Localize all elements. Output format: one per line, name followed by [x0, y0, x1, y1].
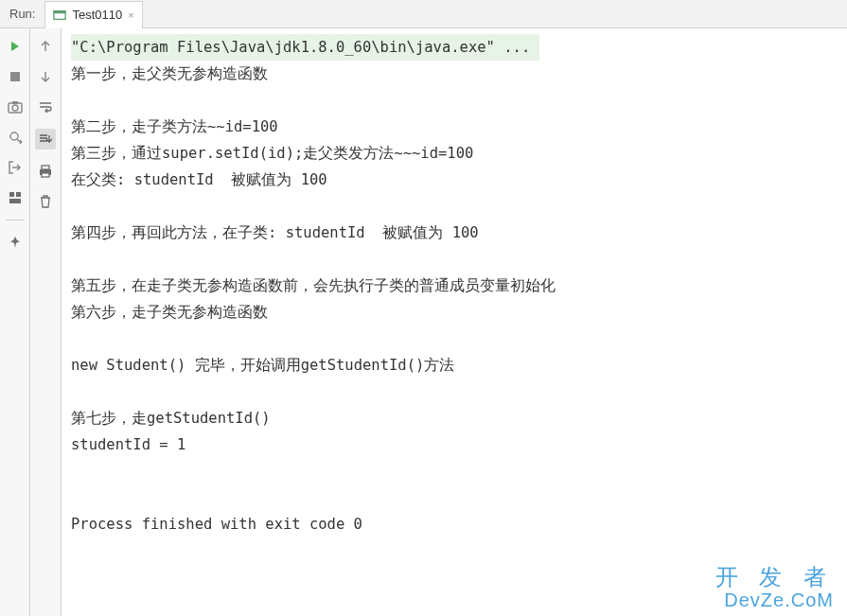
- play-icon[interactable]: [7, 38, 24, 55]
- svg-rect-8: [16, 192, 21, 197]
- console-line: "C:\Program Files\Java\jdk1.8.0_60\bin\j…: [71, 34, 539, 61]
- stop-icon[interactable]: [7, 68, 24, 85]
- print-icon[interactable]: [37, 163, 54, 180]
- svg-rect-10: [42, 166, 49, 169]
- console-line: [71, 193, 847, 220]
- console-line: studentId = 1: [71, 431, 847, 458]
- console-line: 第五步，在走子类无参构造函数前，会先执行子类的普通成员变量初始化: [71, 273, 847, 299]
- console-line: 第六步，走子类无参构造函数: [71, 299, 847, 326]
- console-line: [71, 484, 847, 511]
- console-line: 第三步，通过super.setId(id);走父类发方法~~~id=100: [71, 140, 847, 167]
- console-line: 第二步，走子类方法~~id=100: [71, 114, 847, 140]
- console-line: 第七步，走getStudentId(): [71, 405, 847, 431]
- exit-icon[interactable]: [7, 159, 24, 176]
- run-label: Run:: [0, 7, 44, 21]
- svg-point-6: [10, 132, 18, 140]
- svg-rect-7: [9, 192, 14, 197]
- console-line: [71, 87, 847, 114]
- svg-rect-12: [42, 173, 49, 177]
- console-line: 第四步，再回此方法，在子类: studentId 被赋值为 100: [71, 220, 847, 246]
- run-config-icon: [53, 9, 66, 22]
- arrow-down-icon[interactable]: [37, 68, 54, 85]
- trash-icon[interactable]: [37, 193, 54, 210]
- run-tab[interactable]: Test0110 ×: [44, 1, 142, 28]
- svg-rect-9: [9, 199, 21, 203]
- console-line: [71, 326, 847, 352]
- layout-icon[interactable]: [7, 189, 24, 206]
- svg-rect-2: [10, 72, 20, 81]
- console-line: new Student() 完毕，开始调用getStudentId()方法: [71, 352, 847, 378]
- pin-icon[interactable]: [7, 234, 24, 251]
- console-line: Process finished with exit code 0: [71, 511, 847, 537]
- camera-icon[interactable]: [7, 98, 24, 115]
- main-area: "C:\Program Files\Java\jdk1.8.0_60\bin\j…: [0, 28, 847, 616]
- console-toolbar: [30, 28, 61, 616]
- scroll-to-end-icon[interactable]: [35, 129, 56, 150]
- svg-rect-5: [12, 101, 18, 104]
- console-line: [71, 458, 847, 484]
- svg-point-4: [12, 105, 18, 111]
- arrow-up-icon[interactable]: [37, 38, 54, 55]
- toolbar-divider: [6, 220, 25, 220]
- run-header: Run: Test0110 ×: [0, 0, 847, 28]
- debug-restart-icon[interactable]: [7, 129, 24, 146]
- close-icon[interactable]: ×: [128, 9, 133, 21]
- svg-rect-1: [54, 10, 65, 13]
- console-line: 第一步，走父类无参构造函数: [71, 61, 847, 87]
- tab-title: Test0110: [72, 8, 122, 22]
- console-line: [71, 246, 847, 273]
- left-toolbar: [0, 28, 30, 616]
- soft-wrap-icon[interactable]: [37, 98, 54, 115]
- console-line: [71, 378, 847, 405]
- console-output[interactable]: "C:\Program Files\Java\jdk1.8.0_60\bin\j…: [61, 28, 847, 616]
- console-line: 在父类: studentId 被赋值为 100: [71, 167, 847, 193]
